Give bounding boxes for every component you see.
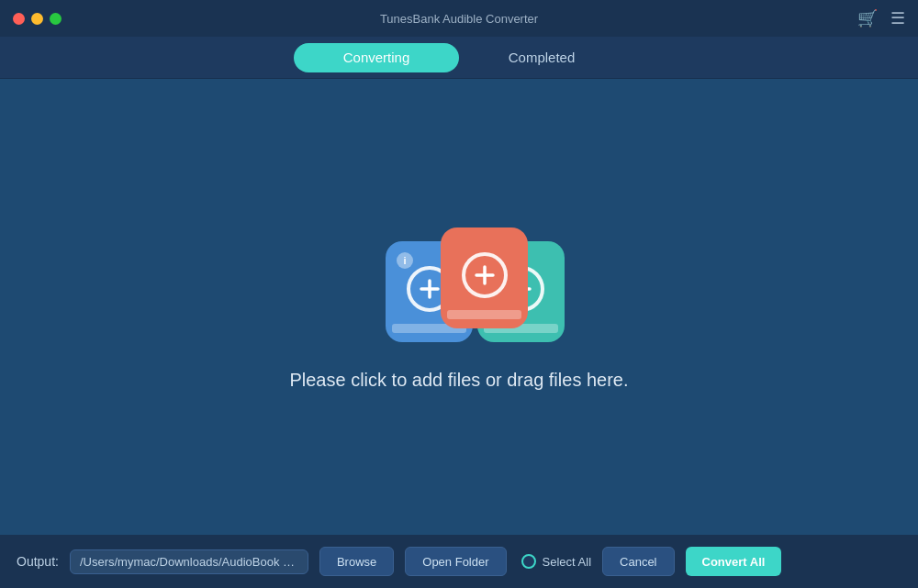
info-dot: i — [397, 252, 413, 269]
book-bottom-red — [447, 310, 521, 319]
tab-bar: Converting Completed — [0, 37, 918, 79]
output-path: /Users/mymac/Downloads/AudioBook Convert — [70, 549, 308, 574]
tab-completed[interactable]: Completed — [459, 43, 624, 72]
app-title: TunesBank Audible Converter — [380, 12, 538, 26]
select-all-container[interactable]: Select All — [521, 554, 591, 569]
icon-group: i — [358, 223, 560, 342]
book-icon-red — [441, 227, 528, 328]
output-label: Output: — [17, 554, 59, 569]
title-bar: TunesBank Audible Converter 🛒 ☰ — [0, 0, 918, 37]
maximize-button[interactable] — [50, 13, 62, 25]
open-folder-button[interactable]: Open Folder — [405, 547, 506, 576]
window-controls — [13, 13, 62, 25]
minimize-button[interactable] — [31, 13, 43, 25]
drop-text: Please click to add files or drag files … — [289, 370, 628, 391]
main-content[interactable]: i — [0, 79, 918, 535]
browse-button[interactable]: Browse — [319, 547, 394, 576]
title-bar-actions: 🛒 ☰ — [857, 8, 905, 28]
bottom-bar: Output: /Users/mymac/Downloads/AudioBook… — [0, 535, 918, 588]
close-button[interactable] — [13, 13, 25, 25]
tab-converting[interactable]: Converting — [294, 43, 459, 72]
plus-circle-red — [462, 252, 508, 298]
menu-icon[interactable]: ☰ — [890, 8, 905, 28]
select-all-radio[interactable] — [521, 554, 536, 569]
select-all-label[interactable]: Select All — [543, 555, 591, 569]
convert-all-button[interactable]: Convert All — [686, 547, 782, 576]
cancel-button[interactable]: Cancel — [602, 547, 674, 576]
cart-icon[interactable]: 🛒 — [857, 8, 878, 28]
